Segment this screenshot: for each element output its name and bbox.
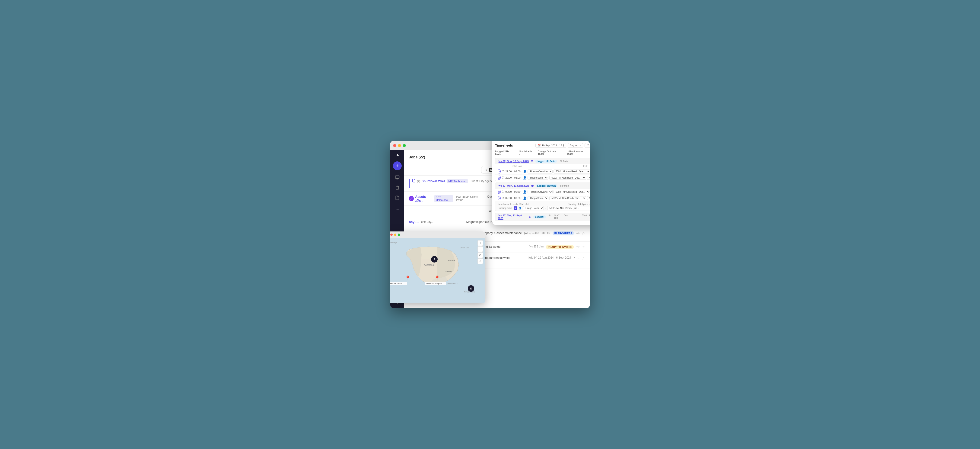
ts-time-from: 02:30	[505, 197, 513, 199]
maximize-button[interactable]	[403, 144, 406, 147]
grinding-staff-select[interactable]: Thiago Souto	[523, 206, 544, 210]
job-actions: ⌃ ⌄ ☆	[573, 256, 585, 260]
ts-row-expand[interactable]: do	[498, 169, 501, 174]
staff-icon: 👤	[523, 176, 527, 180]
sidebar-item-list[interactable]	[393, 204, 402, 212]
svg-text:📍: 📍	[405, 275, 411, 282]
ts-time-to: 06:30	[514, 197, 522, 199]
plus-week-icon[interactable]: ⊕	[531, 159, 533, 163]
ts-staff-filter[interactable]: Any staff ▼	[585, 143, 590, 148]
svg-text:Coral Sea: Coral Sea	[460, 247, 469, 249]
ts-row-expand[interactable]: do	[498, 196, 501, 200]
ts-week-block-3: [wk 37] Tue, 12 Sept 2023 ⊕ Logged: 8h ·…	[495, 213, 590, 221]
add-button[interactable]: +	[393, 161, 402, 170]
zoom-in-button[interactable]: +	[477, 240, 483, 246]
job-tag: NDT Melbourne	[434, 195, 453, 202]
eye-icon[interactable]: 👁	[576, 245, 580, 249]
zoom-out-button[interactable]: −	[477, 246, 483, 252]
ts-clock-icon: ⏱	[501, 190, 504, 193]
sidebar-item-monitor[interactable]	[393, 173, 402, 182]
ts-top-row: Timesheets 📅 10 Sept 2023 - 15 $ Any job…	[495, 143, 590, 148]
ts-job-filter[interactable]: Any job ▼	[568, 143, 584, 148]
ts-timesheet-row: do ⏱ 22:00 02:00 👤 Thiago Souto 5002 - M…	[495, 175, 590, 181]
map-controls: + − ⊙ ⤢	[477, 240, 483, 264]
ts-job-select[interactable]: 5002 - Mr Alan Reed - Que...	[549, 176, 586, 180]
map-window: Coral Sea Australia Brisbane Sydney Sura…	[390, 231, 485, 303]
ts-task-select[interactable]: Wel	[587, 176, 590, 180]
ts-staff-select[interactable]: Ricardo Carvalho	[528, 170, 553, 174]
job-meta: [wk 34] 19 Aug 2024 - 6 Sept 2024	[528, 256, 571, 259]
star-icon[interactable]: ☆	[582, 256, 585, 260]
svg-rect-3	[397, 186, 398, 187]
ts-week-status-1: 8h 0min	[560, 160, 569, 162]
reimbursable-staff: Staff	[519, 203, 524, 205]
svg-rect-0	[395, 176, 399, 178]
chevron-down-icon[interactable]: ⌄	[578, 257, 580, 260]
grinding-staff: 👤	[519, 207, 522, 209]
map-maximize[interactable]	[398, 234, 400, 236]
ts-week-status-2: 8h 0min	[560, 185, 569, 187]
job-accent	[409, 179, 410, 188]
calendar-icon: 📅	[538, 144, 541, 147]
ts-task-select[interactable]: Wel	[587, 196, 590, 200]
map-fullscreen-button[interactable]: ⤢	[477, 258, 483, 264]
close-button[interactable]	[393, 144, 396, 147]
job-type-icon	[412, 179, 415, 183]
map-layers-button[interactable]: ⊙	[477, 252, 483, 258]
ts-time-from: 22:00	[505, 176, 513, 179]
ts-any-job: Any job	[570, 144, 578, 147]
svg-text:Tank 2B - Brook: Tank 2B - Brook	[390, 283, 402, 285]
grinding-icon: ▦	[514, 206, 517, 210]
job-client: Client: City Agency	[471, 180, 494, 183]
ts-date-filter[interactable]: 📅 10 Sept 2023 - 15 $	[535, 143, 566, 148]
grinding-separator: ·	[545, 207, 546, 209]
ts-date-range: 10 Sept 2023 - 15 $	[542, 144, 564, 147]
job-client: PO: 28334 Client: Petrie...	[456, 195, 485, 202]
grinding-job-select[interactable]: 5002 · Mr Alan Reed - Que...	[547, 206, 590, 210]
ts-row-expand[interactable]: do	[498, 190, 501, 194]
ts-job-select[interactable]: 5002 - Mr Alan Reed - Que...	[549, 196, 586, 200]
sidebar-item-clipboard[interactable]	[393, 183, 402, 192]
staff-icon: 👤	[523, 190, 527, 194]
ts-staff-select[interactable]: Thiago Souto	[528, 176, 549, 180]
job-actions: 👁 ☆	[576, 231, 585, 236]
col-job: Job	[518, 165, 582, 167]
chevron-up-icon[interactable]: ⌃	[573, 257, 576, 260]
star-icon[interactable]: ☆	[582, 231, 585, 236]
ts-logged-label: Logged 22h 0min	[495, 150, 515, 156]
svg-point-30	[588, 144, 589, 145]
week-label-2: [wk 37] Mon, 11 Sept 2023	[498, 185, 529, 187]
job-title[interactable]: Shutdown 2024	[422, 179, 445, 183]
map-close[interactable]	[390, 234, 393, 236]
ts-week-header-1[interactable]: [wk 36] Sun, 10 Sept 2023 ⊕ Logged: 8h 0…	[495, 158, 590, 164]
ts-week-block-2: [wk 37] Mon, 11 Sept 2023 ⊕ Logged: 8h 0…	[495, 183, 590, 211]
plus-week-icon-2[interactable]: ⊕	[531, 184, 534, 188]
col-task: Task	[583, 165, 590, 167]
eye-icon[interactable]: 👁	[576, 231, 580, 236]
job-title[interactable]: Assets x3a...	[415, 195, 433, 202]
ts-title: Timesheets	[495, 143, 513, 147]
ts-timesheet-row: do ⏱ 02:30 06:30 👤 Thiago Souto 5002 - M…	[495, 195, 590, 201]
ts-body: Timesheets 📅 10 Sept 2023 - 15 $ Any job…	[492, 141, 590, 225]
map-minimize[interactable]	[394, 234, 396, 236]
minimize-button[interactable]	[398, 144, 401, 147]
sidebar-item-doc[interactable]	[393, 193, 402, 202]
plus-week-icon-3[interactable]: ⊕	[529, 215, 531, 219]
star-icon[interactable]: ☆	[582, 245, 585, 249]
job-meta: [wk 1] 1 Jan	[529, 245, 544, 248]
ts-job-select[interactable]: 5002 - Mr Alan Reed - Que...	[554, 170, 590, 174]
map-titlebar	[390, 231, 485, 238]
ts-summary-row: Logged 22h 0min Non-billable ▾ Charge Ou…	[495, 150, 590, 156]
job-client: ient: City...	[420, 220, 433, 224]
ts-job-select[interactable]: 5002 - Mr Alan Reed - Que...	[554, 190, 590, 194]
ts-week-header-2[interactable]: [wk 37] Mon, 11 Sept 2023 ⊕ Logged: 8h 0…	[495, 183, 590, 189]
ts-staff-select[interactable]: Ricardo Carvalho	[528, 190, 553, 194]
ts-row-expand[interactable]: do	[498, 175, 501, 180]
job-title[interactable]: ncy -...	[409, 220, 419, 224]
ts-week-logged-2: Logged: 8h 0min	[536, 185, 557, 187]
ts-chargeout: Charge Out rate 100%	[538, 150, 563, 156]
ts-staff-select[interactable]: Thiago Souto	[528, 196, 549, 200]
grinding-desc: Grinding disks	[498, 207, 512, 209]
ts-week-header-3[interactable]: [wk 37] Tue, 12 Sept 2023 ⊕ Logged: 8h ·…	[495, 213, 590, 221]
svg-text:Surabaya: Surabaya	[390, 241, 397, 244]
